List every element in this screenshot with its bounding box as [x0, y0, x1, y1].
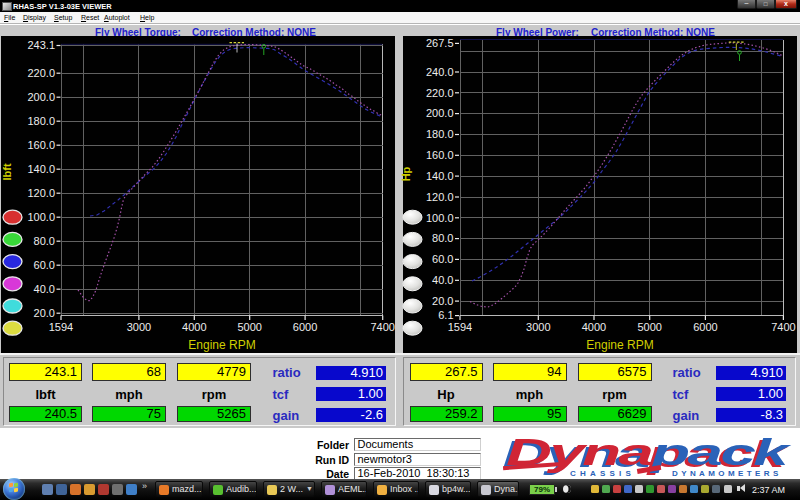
svg-text:200.0: 200.0 — [27, 91, 55, 103]
svg-text:160.0: 160.0 — [426, 149, 454, 161]
svg-text:Engine RPM: Engine RPM — [586, 338, 653, 352]
svg-text:5000: 5000 — [237, 321, 261, 333]
svg-text:100.0: 100.0 — [27, 211, 55, 223]
svg-text:100.0: 100.0 — [426, 212, 454, 224]
svg-text:6.1: 6.1 — [438, 309, 453, 321]
svg-text:Engine RPM: Engine RPM — [188, 338, 255, 352]
svg-text:1594: 1594 — [448, 321, 472, 333]
svg-text:5000: 5000 — [637, 321, 661, 333]
svg-text:40.0: 40.0 — [34, 283, 55, 295]
svg-text:6000: 6000 — [293, 321, 317, 333]
svg-text:120.0: 120.0 — [27, 187, 55, 199]
svg-text:240.0: 240.0 — [426, 66, 454, 78]
svg-text:160.0: 160.0 — [27, 139, 55, 151]
svg-text:180.0: 180.0 — [426, 128, 454, 140]
svg-text:1594: 1594 — [49, 321, 73, 333]
svg-text:6000: 6000 — [693, 321, 717, 333]
svg-text:3000: 3000 — [127, 321, 151, 333]
svg-text:220.0: 220.0 — [426, 87, 454, 99]
svg-text:180.0: 180.0 — [27, 115, 55, 127]
svg-text:20.0: 20.0 — [34, 307, 55, 319]
svg-text:140.0: 140.0 — [426, 170, 454, 182]
svg-text:20.0: 20.0 — [432, 295, 453, 307]
svg-text:120.0: 120.0 — [426, 191, 454, 203]
svg-text:4000: 4000 — [182, 321, 206, 333]
svg-text:4000: 4000 — [582, 321, 606, 333]
svg-text:40.0: 40.0 — [432, 274, 453, 286]
svg-text:3000: 3000 — [526, 321, 550, 333]
svg-text:220.0: 220.0 — [27, 67, 55, 79]
svg-text:60.0: 60.0 — [432, 253, 453, 265]
svg-text:267.5: 267.5 — [426, 37, 454, 49]
svg-text:Hp: Hp — [400, 166, 412, 181]
svg-text:140.0: 140.0 — [27, 163, 55, 175]
svg-text:80.0: 80.0 — [34, 235, 55, 247]
svg-text:lbft: lbft — [1, 163, 13, 180]
svg-text:200.0: 200.0 — [426, 107, 454, 119]
svg-text:7400: 7400 — [771, 321, 795, 333]
svg-text:80.0: 80.0 — [432, 232, 453, 244]
svg-text:7400: 7400 — [370, 321, 394, 333]
svg-text:243.1: 243.1 — [27, 39, 55, 51]
svg-text:60.0: 60.0 — [34, 259, 55, 271]
